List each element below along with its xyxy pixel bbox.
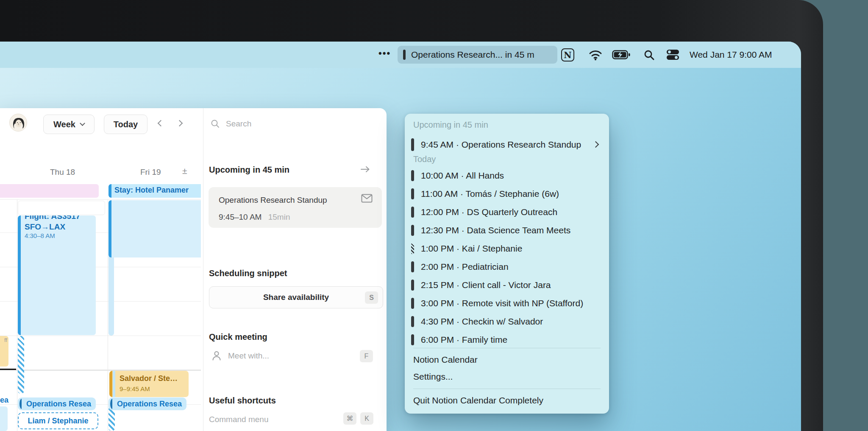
person-icon: [212, 351, 221, 361]
user-avatar[interactable]: [9, 114, 27, 132]
event-untitled-white[interactable]: [18, 201, 105, 215]
flight-title: Flight: AS3517: [25, 216, 96, 221]
event-fri-morning-block[interactable]: [108, 200, 201, 257]
menubar-notion-calendar-item[interactable]: Operations Research... in 45 m: [398, 46, 557, 64]
event-color-bar-icon: [411, 225, 414, 236]
allday-event-stay[interactable]: Stay: Hotel Panamer: [108, 184, 201, 198]
ops-partial-label: ea: [0, 396, 8, 405]
event-color-bar-icon: [411, 243, 414, 254]
card-title: Operations Research Standup: [219, 196, 327, 205]
notion-icon[interactable]: N: [561, 48, 574, 62]
dropdown-divider: [413, 389, 601, 389]
notion-calendar-window: Week Today Thu 18 Fri 19 ± Stay: Hotel P…: [0, 108, 387, 431]
event-color-bar-icon: [411, 334, 414, 345]
upcoming-heading: Upcoming in 45 min: [209, 165, 289, 175]
event-salvador[interactable]: Salvador / Ste… 9–9:45 AM: [109, 371, 189, 397]
quick-meeting-heading: Quick meeting: [209, 332, 267, 342]
prev-week-button[interactable]: [158, 120, 164, 127]
travel-strip-thu[interactable]: [18, 336, 24, 394]
timezone-add-icon[interactable]: ±: [182, 166, 187, 176]
k-key-badge: K: [360, 412, 373, 425]
dropdown-event-row[interactable]: 2:15 PM · Client call - Victor Jara: [405, 276, 609, 294]
menubar-item-label: Operations Research... in 45 m: [411, 50, 534, 60]
spotlight-search-icon[interactable]: [643, 49, 655, 61]
dropdown-event-label: 2:00 PM · Pediatrician: [421, 262, 509, 272]
screen: ••• Operations Research... in 45 m N: [0, 42, 801, 431]
menu-item-settings[interactable]: Settings...: [413, 372, 453, 382]
menu-item-notion-calendar[interactable]: Notion Calendar: [413, 355, 478, 365]
dropdown-event-label: 1:00 PM · Kai / Stephanie: [421, 243, 522, 254]
dropdown-event-row[interactable]: 11:00 AM · Tomás / Stephanie (6w): [405, 185, 609, 203]
event-color-bar-icon: [411, 261, 414, 272]
dropdown-event-row[interactable]: 3:00 PM · Remote visit with NP (Stafford…: [405, 294, 609, 312]
chevron-down-icon: [80, 120, 85, 126]
menu-bar: ••• Operations Research... in 45 m N: [0, 42, 801, 68]
event-color-bar-icon: [411, 138, 414, 151]
meet-key-badge: F: [360, 350, 373, 362]
dropdown-event-label: 6:00 PM · Family time: [421, 335, 507, 345]
menu-item-quit[interactable]: Quit Notion Calendar Completely: [413, 395, 543, 406]
next-week-button[interactable]: [176, 120, 183, 127]
event-bar-icon: [403, 50, 406, 60]
command-menu-label: Command menu: [209, 415, 268, 424]
upcoming-event-label: 9:45 AM · Operations Research Standup: [421, 140, 581, 150]
search-field[interactable]: Search: [211, 119, 251, 129]
dropdown-divider: [413, 348, 601, 348]
event-ops-thu[interactable]: Operations Resea: [18, 397, 96, 410]
battery-charging-icon[interactable]: [612, 50, 631, 60]
meet-with-placeholder: Meet with...: [228, 351, 269, 361]
day-header-fri[interactable]: Fri 19: [140, 168, 161, 177]
event-color-bar-icon: [411, 207, 414, 218]
event-color-bar: [18, 216, 21, 335]
dropdown-event-label: 12:30 PM · Data Science Team Meets: [421, 225, 570, 235]
card-time-row: 9:45–10 AM 15min: [219, 213, 290, 222]
wifi-icon[interactable]: [589, 50, 602, 61]
dropdown-event-row[interactable]: 1:00 PM · Kai / Stephanie: [405, 239, 609, 257]
today-label: Today: [114, 120, 138, 129]
event-secondary-bar: [113, 371, 115, 397]
view-selector-button[interactable]: Week: [43, 115, 95, 134]
dropdown-event-row[interactable]: 4:30 PM · Checkin w/ Salvador: [405, 312, 609, 330]
event-color-bar-icon: [411, 316, 414, 327]
flight-time: 4:30–8 AM: [25, 232, 96, 239]
today-button[interactable]: Today: [104, 115, 147, 134]
cmd-key-badge: ⌘: [343, 412, 356, 425]
event-ops-fri[interactable]: Operations Resea: [108, 397, 186, 410]
menubar-overflow-icon[interactable]: •••: [378, 48, 391, 59]
dropdown-event-row[interactable]: 10:00 AM · All Hands: [405, 166, 609, 185]
allday-event-pink[interactable]: [0, 184, 99, 198]
salvador-title: Salvador / Ste…: [120, 374, 178, 383]
share-key-badge: S: [365, 291, 378, 304]
flight-route: SFO→LAX: [25, 221, 96, 232]
dropdown-event-row[interactable]: 2:00 PM · Pediatrician: [405, 257, 609, 276]
email-icon[interactable]: [361, 194, 373, 203]
dropdown-event-row[interactable]: 12:30 PM · Data Science Team Meets: [405, 221, 609, 239]
event-color-bar: [108, 184, 111, 198]
desktop: ••• Operations Research... in 45 m N: [0, 0, 868, 431]
event-flight[interactable]: Flight: AS3517 SFO→LAX 4:30–8 AM: [18, 216, 96, 335]
event-bracket-icon: [110, 399, 114, 409]
dropdown-event-list: 10:00 AM · All Hands 11:00 AM · Tomás / …: [405, 166, 609, 349]
event-liam-stephanie[interactable]: Liam / Stephanie: [18, 412, 98, 429]
dropdown-today-header: Today: [413, 154, 436, 164]
salvador-time: 9–9:45 AM: [120, 385, 150, 392]
event-blue-partial[interactable]: [0, 406, 8, 431]
view-selector-label: Week: [53, 120, 75, 129]
day-header-thu[interactable]: Thu 18: [50, 168, 75, 177]
dropdown-event-label: 4:30 PM · Checkin w/ Salvador: [421, 316, 543, 327]
event-color-bar-icon: [411, 280, 414, 291]
arrow-right-icon[interactable]: [360, 165, 370, 174]
dropdown-event-row[interactable]: 6:00 PM · Family time: [405, 330, 609, 349]
menubar-clock[interactable]: Wed Jan 17 9:00 AM: [690, 42, 772, 68]
dropdown-upcoming-event[interactable]: 9:45 AM · Operations Research Standup: [405, 137, 609, 152]
dropdown-event-row[interactable]: 12:00 PM · DS Quarterly Outreach: [405, 203, 609, 221]
share-availability-button[interactable]: Share availability S: [209, 286, 383, 308]
event-yellow-partial[interactable]: ff: [0, 336, 8, 367]
card-time: 9:45–10 AM: [219, 213, 262, 221]
control-center-icon[interactable]: [666, 49, 680, 60]
event-color-bar: [109, 371, 112, 397]
upcoming-event-card[interactable]: Operations Research Standup 9:45–10 AM 1…: [209, 187, 382, 228]
dropdown-event-label: 12:00 PM · DS Quarterly Outreach: [421, 207, 557, 217]
meet-with-field[interactable]: Meet with...: [212, 351, 269, 361]
ops-fri-label: Operations Resea: [117, 400, 182, 409]
